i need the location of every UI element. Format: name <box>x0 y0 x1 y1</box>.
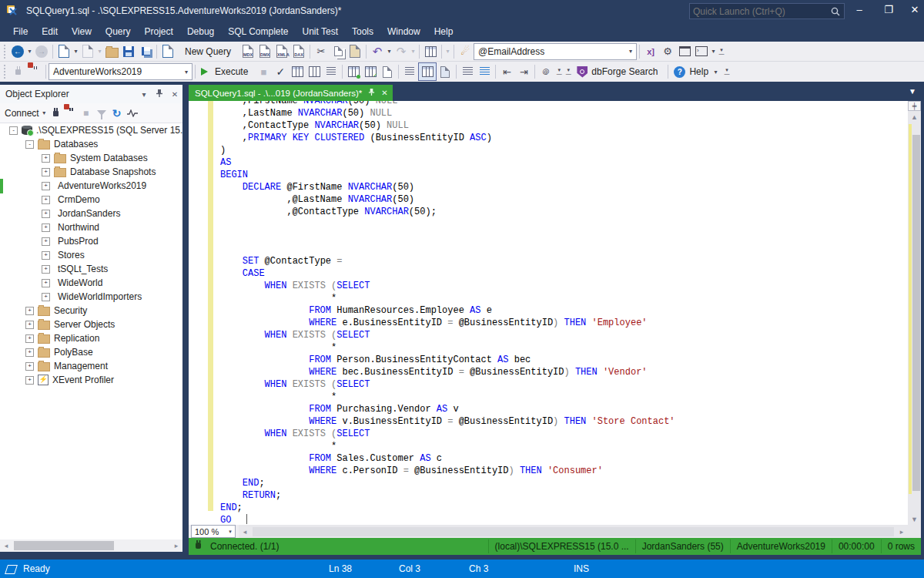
expand-icon[interactable]: + <box>42 168 50 176</box>
scroll-down-icon[interactable]: ▼ <box>908 514 921 525</box>
uncomment-icon[interactable] <box>476 63 493 80</box>
tree-item-polybase[interactable]: +PolyBase <box>0 345 182 359</box>
wrench-icon[interactable]: ⚙ <box>659 43 676 60</box>
connect-button[interactable]: Connect <box>5 108 39 119</box>
scroll-thumb[interactable] <box>912 135 920 491</box>
new-query-button[interactable]: New Query <box>176 45 239 58</box>
menu-item-debug[interactable]: Debug <box>180 22 221 42</box>
execute-button[interactable]: Execute <box>198 66 255 77</box>
tree-item-tsqlt-tests[interactable]: +tSQLt_Tests <box>0 262 182 276</box>
close-button[interactable]: ✕ <box>902 0 924 20</box>
quick-launch-input[interactable] <box>690 6 830 17</box>
editor-hscrollbar[interactable]: ◂ ▸ <box>239 525 908 538</box>
command-window-icon[interactable]: › <box>693 43 710 60</box>
expand-icon[interactable]: + <box>42 251 50 260</box>
tree-item-wideworld[interactable]: +WideWorld <box>0 276 182 290</box>
expand-icon[interactable]: + <box>42 279 50 287</box>
menu-item-view[interactable]: View <box>65 22 99 42</box>
tab-close-icon[interactable]: ✕ <box>381 89 387 97</box>
minimize-button[interactable]: – <box>847 0 872 20</box>
scroll-left-icon[interactable]: ◂ <box>239 528 251 536</box>
menu-item-file[interactable]: File <box>6 22 35 42</box>
dax-query-icon[interactable]: DAX <box>290 43 307 60</box>
expand-icon[interactable]: + <box>25 362 34 371</box>
email-address-combo[interactable]: @EmailAddress▾ <box>474 43 637 60</box>
tree-item-jordansanders[interactable]: +JordanSanders <box>0 207 182 220</box>
tab-sqlquery1[interactable]: SQLQuery1.sql - .\...019 (JordanSanders)… <box>189 85 393 101</box>
split-editor-handle[interactable]: ╪ <box>908 101 921 111</box>
increase-indent-icon[interactable]: ⇥ <box>515 63 532 80</box>
tree-item-crmdemo[interactable]: +CrmDemo <box>0 193 182 207</box>
tree-item-pubsprod[interactable]: +PubsProd <box>0 234 182 248</box>
panel-menu-dropdown[interactable]: ▾ <box>136 90 152 99</box>
menu-item-edit[interactable]: Edit <box>35 22 65 42</box>
menu-item-window[interactable]: Window <box>380 22 427 42</box>
expand-icon[interactable]: + <box>42 210 50 218</box>
help-button[interactable]: ? Help ▾ <box>671 63 722 80</box>
tab-pin-icon[interactable] <box>368 88 375 98</box>
mdx-query-icon[interactable]: MDX <box>239 43 256 60</box>
undo-icon[interactable]: ↶ <box>369 43 386 60</box>
save-icon[interactable] <box>120 43 137 60</box>
scroll-left-icon[interactable]: ◂ <box>0 542 12 549</box>
expand-icon[interactable]: + <box>42 293 50 301</box>
expand-icon[interactable]: + <box>25 321 34 329</box>
scroll-thumb[interactable] <box>253 527 894 536</box>
query-designer-icon[interactable] <box>306 63 323 80</box>
database-combo[interactable]: AdventureWorks2019▾ <box>49 63 192 80</box>
tab-list-dropdown[interactable]: ▼ <box>909 87 916 96</box>
toolbar-options-dropdown[interactable]: ▾ <box>444 43 451 60</box>
toolbar-grip[interactable] <box>2 45 8 59</box>
tree-item-server-objects[interactable]: +Server Objects <box>0 318 182 331</box>
maximize-button[interactable]: ❐ <box>876 0 901 20</box>
collapse-icon[interactable]: - <box>9 126 18 135</box>
toolbar2-overflow-c[interactable]: ▾— <box>722 68 732 76</box>
undo-dropdown[interactable]: ▾ <box>386 43 393 60</box>
menu-item-tools[interactable]: Tools <box>345 22 380 42</box>
redo-dropdown[interactable]: ▾ <box>410 43 417 60</box>
new-file-icon[interactable] <box>55 43 72 60</box>
quick-launch-box[interactable] <box>689 3 845 19</box>
menu-item-sql-complete[interactable]: SQL Complete <box>221 22 295 42</box>
menu-item-help[interactable]: Help <box>427 22 460 42</box>
client-stats-icon[interactable] <box>379 63 396 80</box>
tree-item-wideworldimporters[interactable]: +WideWorldImporters <box>0 290 182 304</box>
tree-item-system-databases[interactable]: +System Databases <box>0 151 182 165</box>
new-file-dropdown[interactable]: ▾ <box>72 43 79 60</box>
menu-item-query[interactable]: Query <box>99 22 138 42</box>
expand-icon[interactable]: + <box>42 154 50 163</box>
change-connection-icon[interactable] <box>26 63 43 80</box>
scroll-up-icon[interactable]: ▲ <box>908 112 921 123</box>
sqlcmd-mode-icon[interactable]: ＠ <box>537 63 554 80</box>
code-editor[interactable]: ,FirstName NVARCHAR(50) NULL ,LastName N… <box>189 101 921 525</box>
sql-complete-icon[interactable]: x] <box>642 43 659 60</box>
zoom-combo[interactable]: 100 %▾ <box>191 525 236 538</box>
menu-item-unit-test[interactable]: Unit Test <box>296 22 345 42</box>
toolbox-icon[interactable] <box>676 43 693 60</box>
toolbar2-overflow-b[interactable]: ▾— <box>564 68 573 76</box>
stop-icon[interactable]: ■ <box>79 106 94 121</box>
editor-vscrollbar[interactable]: ╪ ▲ ▼ <box>908 101 921 525</box>
toolbar-grip[interactable] <box>2 65 8 79</box>
live-stats-icon[interactable]: ✓ <box>362 63 379 80</box>
expand-icon[interactable]: + <box>42 196 50 204</box>
new-query-icon[interactable] <box>159 43 176 60</box>
add-item-icon[interactable] <box>79 43 96 60</box>
results-to-file-icon[interactable] <box>437 63 454 80</box>
estimated-plan-icon[interactable] <box>289 63 306 80</box>
tree-item-stores[interactable]: +Stores <box>0 248 182 262</box>
tree-item-security[interactable]: +Security <box>0 304 182 318</box>
navigate-back-icon[interactable]: ← <box>9 43 26 60</box>
results-to-grid-icon[interactable] <box>418 62 437 81</box>
collapse-icon[interactable]: - <box>25 140 34 149</box>
parse-icon[interactable]: ✓ <box>272 63 289 80</box>
tree-item-xevent-profiler[interactable]: +⚡XEvent Profiler <box>0 373 182 387</box>
add-item-dropdown[interactable]: ▾ <box>96 43 103 60</box>
expand-icon[interactable]: + <box>25 348 34 357</box>
menu-item-project[interactable]: Project <box>138 22 180 42</box>
save-all-icon[interactable] <box>137 43 154 60</box>
navigate-forward-icon[interactable]: → <box>33 43 50 60</box>
actual-plan-icon[interactable] <box>345 63 362 80</box>
expand-icon[interactable]: + <box>42 265 50 274</box>
connect-dropdown[interactable]: ▾ <box>41 105 48 122</box>
